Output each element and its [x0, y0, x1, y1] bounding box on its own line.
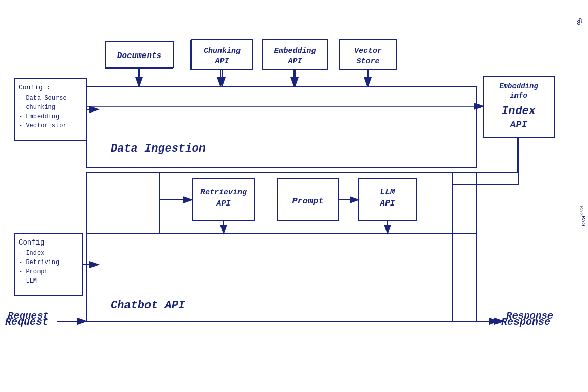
- chatbot-label-final: Chatbot API: [111, 299, 186, 312]
- data-ingestion-label-final: Data Ingestion: [111, 142, 206, 155]
- llm-label2-top: API: [380, 199, 395, 208]
- index-embedding-label: Embedding: [499, 82, 538, 90]
- config-datasource-final: - Data Sourse: [19, 95, 67, 102]
- embedding-label1-final: Embedding: [274, 47, 316, 55]
- config-vectorstor-final: - Vector stor: [19, 122, 67, 129]
- vectorstore-label2-final: Store: [356, 57, 379, 66]
- ingestion-box-final: [86, 86, 477, 167]
- request-text-final: Request: [8, 310, 49, 322]
- retrieving-label1-top: Retrieving: [200, 188, 247, 197]
- chunking-label2-final: API: [214, 57, 229, 66]
- llm-label1-top: LLM: [380, 188, 396, 197]
- page-num-final: 8: [577, 19, 581, 27]
- embedding-label2-final: API: [287, 57, 302, 66]
- rag-watermark: RAG: [578, 206, 584, 216]
- response-text-final: Response: [506, 310, 553, 322]
- config-bottom-prompt-final: - Prompt: [19, 268, 48, 275]
- retrieving-label2-top: API: [216, 199, 231, 208]
- rag-watermark-final: RAG: [580, 216, 586, 226]
- prompt-label-top: Prompt: [292, 196, 323, 206]
- index-info-label: info: [510, 91, 527, 100]
- config-chunking-final: - chunking: [19, 104, 56, 111]
- config-bottom-title-final: Config: [19, 238, 44, 247]
- vectorstore-label1-final: Vector: [354, 47, 382, 55]
- index-index-label: Index: [502, 105, 536, 118]
- chunking-label1-final: Chunking: [204, 47, 241, 55]
- config-title-final: Config :: [19, 84, 50, 91]
- config-bottom-index-final: - Index: [19, 250, 44, 257]
- index-api-label-final: API: [510, 120, 527, 130]
- config-bottom-llm-final: - LLM: [19, 277, 37, 285]
- config-bottom-retriving-final: - Retriving: [19, 259, 59, 266]
- config-embedding-final: - Embedding: [19, 113, 59, 120]
- documents-label-final: Documents: [117, 51, 161, 61]
